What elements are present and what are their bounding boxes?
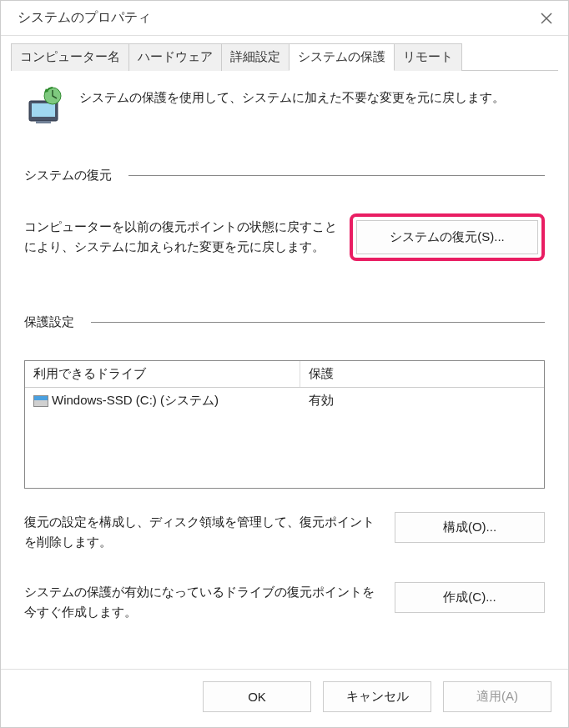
create-row: システムの保護が有効になっているドライブの復元ポイントを今すぐ作成します。 作成… <box>24 582 545 622</box>
restore-row: コンピューターを以前の復元ポイントの状態に戻すことにより、システムに加えられた変… <box>24 213 545 261</box>
table-row[interactable]: Windows-SSD (C:) (システム) 有効 <box>25 388 544 414</box>
restore-button-highlight: システムの復元(S)... <box>350 213 545 261</box>
intro-row: システムの保護を使用して、システムに加えた不要な変更を元に戻します。 <box>24 86 545 126</box>
restore-description: コンピューターを以前の復元ポイントの状態に戻すことにより、システムに加えられた変… <box>24 213 340 257</box>
tab-bar: コンピューター名 ハードウェア 詳細設定 システムの保護 リモート <box>11 43 558 71</box>
tab-panel-system-protection: システムの保護を使用して、システムに加えた不要な変更を元に戻します。 システムの… <box>11 71 558 669</box>
close-icon <box>541 13 552 24</box>
divider <box>128 175 545 176</box>
tab-hardware[interactable]: ハードウェア <box>128 43 222 71</box>
column-header-drive[interactable]: 利用できるドライブ <box>25 361 300 387</box>
create-button[interactable]: 作成(C)... <box>395 582 545 613</box>
protection-cell: 有効 <box>300 391 544 410</box>
apply-button[interactable]: 適用(A) <box>443 681 551 712</box>
drive-name: Windows-SSD (C:) (システム) <box>52 393 219 409</box>
tab-remote[interactable]: リモート <box>394 43 462 71</box>
window-title: システムのプロパティ <box>18 9 151 27</box>
drive-icon <box>33 395 48 407</box>
divider <box>91 322 545 323</box>
tab-computer-name[interactable]: コンピューター名 <box>11 43 129 71</box>
drives-table-body: Windows-SSD (C:) (システム) 有効 <box>25 388 544 488</box>
protection-section-header: 保護設定 <box>24 314 545 330</box>
column-header-protection[interactable]: 保護 <box>300 361 544 387</box>
titlebar: システムのプロパティ <box>1 1 568 36</box>
cancel-button[interactable]: キャンセル <box>323 681 431 712</box>
drives-table-header: 利用できるドライブ 保護 <box>25 361 544 388</box>
svg-rect-3 <box>32 103 55 117</box>
configure-description: 復元の設定を構成し、ディスク領域を管理して、復元ポイントを削除します。 <box>24 512 375 552</box>
restore-section-title: システムの復元 <box>24 168 112 183</box>
svg-rect-4 <box>36 121 51 123</box>
dialog-footer: OK キャンセル 適用(A) <box>1 669 568 727</box>
drive-cell: Windows-SSD (C:) (システム) <box>25 391 300 410</box>
ok-button[interactable]: OK <box>203 681 311 712</box>
configure-button[interactable]: 構成(O)... <box>395 512 545 543</box>
close-button[interactable] <box>538 10 555 27</box>
tab-advanced[interactable]: 詳細設定 <box>221 43 290 71</box>
system-restore-button[interactable]: システムの復元(S)... <box>356 220 538 254</box>
restore-section-header: システムの復元 <box>24 168 545 183</box>
tab-system-protection[interactable]: システムの保護 <box>289 43 395 71</box>
protection-section-title: 保護設定 <box>24 314 74 330</box>
intro-text: システムの保護を使用して、システムに加えた不要な変更を元に戻します。 <box>79 86 505 126</box>
content-area: コンピューター名 ハードウェア 詳細設定 システムの保護 リモート <box>1 36 568 669</box>
system-protection-icon <box>24 86 64 126</box>
system-properties-dialog: システムのプロパティ コンピューター名 ハードウェア 詳細設定 システムの保護 … <box>0 0 569 728</box>
configure-row: 復元の設定を構成し、ディスク領域を管理して、復元ポイントを削除します。 構成(O… <box>24 512 545 552</box>
drives-table: 利用できるドライブ 保護 Windows-SSD (C:) (システム) 有効 <box>24 360 545 489</box>
create-description: システムの保護が有効になっているドライブの復元ポイントを今すぐ作成します。 <box>24 582 375 622</box>
